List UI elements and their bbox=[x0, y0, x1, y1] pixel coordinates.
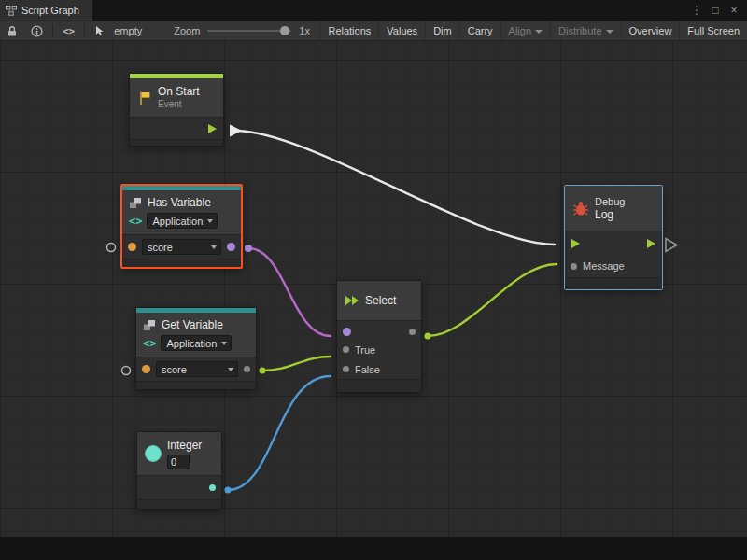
node-ports-row bbox=[565, 231, 662, 255]
node-on-start[interactable]: On Start Event bbox=[129, 73, 224, 147]
port-true-input[interactable] bbox=[343, 346, 349, 353]
port-false-label: False bbox=[355, 364, 380, 375]
variable-name-value: score bbox=[162, 364, 187, 375]
carry-button[interactable]: Carry bbox=[459, 21, 500, 40]
node-footer bbox=[137, 499, 221, 509]
node-ports-row: score bbox=[136, 357, 256, 381]
align-button[interactable]: Align bbox=[500, 21, 550, 40]
lock-icon bbox=[7, 25, 18, 37]
node-get-variable[interactable]: Get Variable <> Application score bbox=[135, 307, 257, 390]
graph-toolbar: <> empty Zoom 1x Relations Values Dim Ca… bbox=[0, 21, 747, 41]
toolbar-separator bbox=[84, 24, 85, 37]
object-type-icon: <> bbox=[143, 337, 156, 350]
node-integer[interactable]: Integer bbox=[136, 431, 222, 510]
node-has-variable[interactable]: Has Variable <> Application score bbox=[120, 184, 243, 269]
node-title: Get Variable bbox=[162, 318, 223, 331]
port-false-input[interactable] bbox=[343, 366, 349, 372]
script-graph-icon bbox=[6, 6, 17, 16]
node-title: Has Variable bbox=[148, 196, 211, 209]
port-message-input[interactable] bbox=[571, 263, 577, 270]
node-select[interactable]: Select True False bbox=[336, 280, 422, 393]
zoom-slider-handle[interactable] bbox=[280, 26, 289, 35]
port-true-label: True bbox=[355, 344, 375, 356]
port-message-label: Message bbox=[583, 260, 625, 272]
node-ports-row bbox=[130, 117, 223, 139]
inspect-button[interactable] bbox=[24, 21, 49, 40]
full-screen-button[interactable]: Full Screen bbox=[679, 21, 747, 40]
graph-name-label: empty bbox=[114, 25, 142, 36]
zoom-slider-track[interactable] bbox=[207, 30, 291, 32]
integer-value-input[interactable] bbox=[167, 455, 190, 469]
node-footer bbox=[565, 277, 662, 289]
variable-name-value: score bbox=[148, 242, 173, 253]
toolbar-buttons: Relations Values Dim Carry Align Distrib… bbox=[319, 21, 747, 40]
lock-button[interactable] bbox=[0, 21, 24, 40]
scope-dropdown[interactable]: Application bbox=[161, 335, 232, 351]
port-selection-output[interactable] bbox=[409, 329, 416, 335]
graph-pointer bbox=[88, 21, 112, 40]
dim-button[interactable]: Dim bbox=[425, 21, 459, 40]
toolbar-separator bbox=[52, 24, 53, 37]
variable-name-dropdown[interactable]: score bbox=[142, 239, 221, 255]
node-title: Log bbox=[595, 208, 625, 221]
node-header: Debug Log bbox=[565, 186, 662, 231]
port-flow-output[interactable] bbox=[207, 123, 218, 134]
overview-button[interactable]: Overview bbox=[621, 21, 680, 40]
zoom-value: 1x bbox=[299, 25, 310, 36]
node-subtitle: Debug bbox=[595, 196, 625, 207]
scope-dropdown[interactable]: Application bbox=[147, 213, 218, 229]
node-ports-row: Message bbox=[565, 255, 662, 277]
node-title: Integer bbox=[167, 439, 202, 452]
window-menu-button[interactable]: ⋮ bbox=[689, 4, 704, 17]
window-title-bar: Script Graph ⋮ □ × bbox=[0, 0, 747, 21]
port-flow-output[interactable] bbox=[646, 238, 656, 249]
zoom-label: Zoom bbox=[174, 25, 200, 36]
node-footer bbox=[337, 379, 421, 392]
object-type-icon: <> bbox=[129, 215, 142, 228]
window-close-button[interactable]: × bbox=[726, 4, 741, 17]
canvas-bottom-edge bbox=[0, 537, 747, 560]
port-condition-input[interactable] bbox=[343, 328, 351, 336]
bug-icon bbox=[572, 201, 589, 217]
node-header: Integer bbox=[137, 432, 221, 475]
node-footer bbox=[136, 381, 256, 389]
port-name-input[interactable] bbox=[142, 365, 150, 373]
relations-button[interactable]: Relations bbox=[319, 21, 378, 40]
variables-icon bbox=[143, 319, 157, 331]
node-header: Has Variable <> Application bbox=[122, 190, 241, 234]
cursor-icon bbox=[94, 25, 106, 36]
port-name-input[interactable] bbox=[128, 243, 136, 251]
angle-brackets-icon: <> bbox=[63, 25, 75, 37]
variables-icon bbox=[129, 197, 143, 209]
node-ports-row: True bbox=[337, 340, 421, 359]
port-int-output[interactable] bbox=[209, 484, 216, 491]
select-icon bbox=[345, 294, 359, 307]
info-icon bbox=[31, 25, 43, 37]
node-subtitle: Event bbox=[158, 99, 200, 110]
chevron-down-icon bbox=[535, 30, 543, 34]
node-header: Select bbox=[337, 281, 421, 320]
node-ports-row bbox=[337, 320, 421, 340]
tab-title: Script Graph bbox=[21, 5, 79, 16]
port-flow-input[interactable] bbox=[571, 238, 581, 249]
node-header: Get Variable <> Application bbox=[136, 313, 256, 357]
chevron-down-icon bbox=[606, 30, 613, 34]
code-view-button[interactable]: <> bbox=[56, 21, 81, 40]
node-footer bbox=[130, 139, 223, 146]
port-bool-output[interactable] bbox=[227, 243, 235, 251]
values-button[interactable]: Values bbox=[378, 21, 425, 40]
port-value-output[interactable] bbox=[244, 366, 250, 372]
integer-icon bbox=[145, 445, 162, 462]
variable-name-dropdown[interactable]: score bbox=[156, 361, 238, 377]
window-maximize-button[interactable]: □ bbox=[708, 4, 723, 17]
node-ports-row bbox=[137, 475, 221, 499]
node-header: On Start Event bbox=[130, 78, 223, 117]
distribute-button-label: Distribute bbox=[558, 25, 601, 36]
node-title: Select bbox=[365, 294, 396, 307]
align-button-label: Align bbox=[509, 25, 531, 36]
distribute-button[interactable]: Distribute bbox=[550, 21, 620, 40]
node-debug-log[interactable]: Debug Log Message bbox=[564, 185, 663, 290]
tab-script-graph[interactable]: Script Graph bbox=[0, 0, 92, 21]
scope-value: Application bbox=[166, 338, 217, 349]
scope-value: Application bbox=[152, 216, 203, 227]
